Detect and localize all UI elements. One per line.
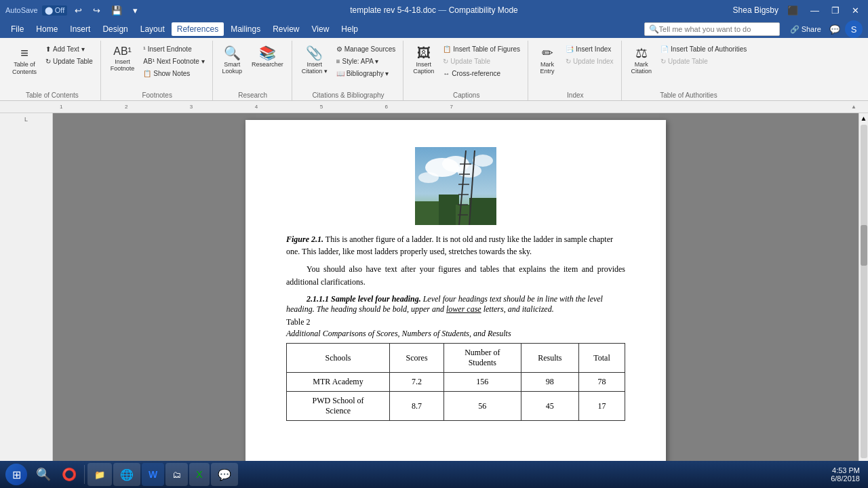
menu-design[interactable]: Design	[97, 22, 133, 36]
ruler-marks: 1234567	[53, 104, 460, 110]
style-button[interactable]: ≡ Style: APA ▾	[333, 56, 399, 67]
title-bar: AutoSave ⬤ Off ↩ ↪ 💾 ▾ template rev 5-4-…	[0, 0, 868, 20]
insert-caption-button[interactable]: 🖼 InsertCaption	[409, 43, 438, 77]
document-title: template rev 5-4-18.doc — Compatibility …	[350, 5, 517, 15]
mark-citation-icon: ⚖	[635, 46, 648, 60]
taskbar-app-skype[interactable]: 💬	[211, 463, 238, 486]
search-input[interactable]	[659, 25, 775, 33]
menu-mailings[interactable]: Mailings	[225, 22, 266, 36]
sources-icon: ⚙	[336, 45, 342, 53]
manage-sources-button[interactable]: ⚙ Manage Sources	[333, 43, 399, 55]
menu-insert[interactable]: Insert	[64, 22, 96, 36]
insert-index-button[interactable]: 📑 Insert Index	[562, 43, 617, 55]
ruler: 1234567 ▲	[0, 101, 868, 113]
title-bar-right: Shea Bigsby ⬛ — ❐ ✕	[733, 4, 863, 17]
insert-table-authorities-button[interactable]: 📄 Insert Table of Authorities	[657, 43, 750, 55]
insert-footnote-button[interactable]: AB¹ InsertFootnote	[106, 43, 139, 75]
undo-button[interactable]: ↩	[71, 4, 85, 17]
start-button[interactable]: ⊞	[5, 464, 27, 485]
update-auth-icon: ↻	[660, 58, 666, 65]
document-table: Schools Scores Number ofStudents Results…	[286, 343, 625, 421]
more-commands-button[interactable]: ▾	[130, 4, 141, 17]
taskbar-app-chrome[interactable]: 🌐	[113, 463, 140, 486]
taskbar-clock[interactable]: 4:53 PM 6/8/2018	[825, 466, 865, 483]
smart-lookup-button[interactable]: 🔍 SmartLookup	[218, 43, 247, 77]
cell-score-1: 7.2	[390, 373, 444, 392]
toc-group-label: Table of Contents	[26, 92, 79, 99]
table-figures-icon: 📋	[443, 45, 451, 53]
autosave-label: AutoSave	[5, 6, 38, 14]
col-header-results: Results	[521, 344, 579, 373]
next-footnote-button[interactable]: AB¹ Next Footnote ▾	[140, 56, 208, 67]
insert-table-figures-button[interactable]: 📋 Insert Table of Figures	[439, 43, 524, 55]
comments-button[interactable]: 💬	[826, 23, 844, 36]
update-index-button[interactable]: ↻ Update Index	[562, 56, 617, 67]
cross-reference-button[interactable]: ↔ Cross-reference	[439, 68, 524, 79]
menu-references[interactable]: References	[172, 22, 224, 36]
heading-4: 2.1.1.1 Sample level four heading. Level…	[286, 294, 625, 314]
researcher-button[interactable]: 📚 Researcher	[248, 43, 288, 70]
taskbar-search[interactable]: 🔍	[31, 463, 56, 486]
figure-image-container	[286, 147, 625, 225]
next-footnote-icon: AB¹	[143, 58, 155, 65]
svg-point-4	[418, 172, 439, 183]
taskbar-app-explorer2[interactable]: 🗂	[165, 463, 188, 486]
main-area: L	[0, 113, 868, 470]
show-notes-button[interactable]: 📋 Show Notes	[140, 68, 208, 79]
cell-students-2: 56	[444, 392, 521, 421]
bibliography-button[interactable]: 📖 Bibliography ▾	[333, 68, 399, 79]
update-table-authorities-button[interactable]: ↻ Update Table	[657, 56, 750, 67]
index-group-label: Index	[567, 92, 583, 99]
menu-home[interactable]: Home	[31, 22, 63, 36]
menu-file[interactable]: File	[5, 22, 29, 36]
update-table-captions-button[interactable]: ↻ Update Table	[439, 56, 524, 67]
col-header-total: Total	[579, 344, 625, 373]
add-text-button[interactable]: ⬆ Add Text ▾	[42, 43, 96, 55]
taskbar-app-file-explorer[interactable]: 📁	[87, 463, 112, 486]
ruler-scroll-up[interactable]: ▲	[849, 101, 859, 113]
restore-button[interactable]: ❐	[828, 4, 843, 17]
user-avatar[interactable]: S	[845, 20, 863, 38]
caption-icon: 🖼	[417, 46, 431, 60]
ribbon-group-toc: ≡ Table ofContents ⬆ Add Text ▾ ↻ Update…	[4, 41, 101, 100]
cell-score-2: 8.7	[390, 392, 444, 421]
menu-layout[interactable]: Layout	[135, 22, 170, 36]
mark-entry-button[interactable]: ✏ MarkEntry	[534, 43, 561, 77]
mark-citation-button[interactable]: ⚖ MarkCitation	[627, 43, 656, 77]
update-captions-icon: ↻	[443, 58, 448, 65]
taskbar-app-excel[interactable]: X	[189, 463, 209, 486]
left-sidebar: L	[0, 113, 53, 470]
cell-total-2: 17	[579, 392, 625, 421]
index-icon: 📑	[566, 45, 574, 53]
cell-results-2: 45	[521, 392, 579, 421]
taskbar-app-word[interactable]: W	[142, 463, 164, 486]
scrollbar-thumb[interactable]	[861, 225, 867, 266]
scrollbar-track[interactable]	[861, 125, 867, 458]
authorities-icon: 📄	[660, 45, 669, 53]
update-table-toc-button[interactable]: ↻ Update Table	[42, 56, 96, 67]
ribbon-display-button[interactable]: ⬛	[784, 4, 802, 17]
taskbar-cortana[interactable]: ⭕	[57, 463, 81, 486]
close-button[interactable]: ✕	[848, 4, 863, 17]
minimize-button[interactable]: —	[807, 4, 823, 17]
insert-endnote-button[interactable]: ¹ Insert Endnote	[140, 43, 208, 55]
menu-review[interactable]: Review	[267, 22, 304, 36]
insert-citation-button[interactable]: 📎 InsertCitation ▾	[298, 43, 332, 77]
style-icon: ≡	[336, 58, 340, 65]
taskbar-divider-1	[84, 465, 85, 484]
menu-view[interactable]: View	[307, 22, 335, 36]
menu-help[interactable]: Help	[336, 22, 363, 36]
autosave-status[interactable]: ⬤ Off	[42, 5, 68, 16]
research-group-label: Research	[238, 92, 267, 99]
share-button[interactable]: 🔗 Share	[787, 24, 825, 35]
save-button[interactable]: 💾	[108, 4, 125, 17]
authorities-group-label: Table of Authorities	[660, 92, 717, 99]
mark-entry-icon: ✏	[542, 46, 553, 60]
redo-button[interactable]: ↪	[90, 4, 104, 17]
ribbon-search-box[interactable]: 🔍	[644, 22, 780, 36]
table-of-contents-button[interactable]: ≡ Table ofContents	[8, 43, 41, 79]
cross-ref-icon: ↔	[443, 70, 450, 77]
scroll-up-button[interactable]: ▲	[859, 113, 868, 123]
lower-case-link: lower case	[446, 304, 481, 314]
table-title: Table 2	[286, 317, 625, 327]
